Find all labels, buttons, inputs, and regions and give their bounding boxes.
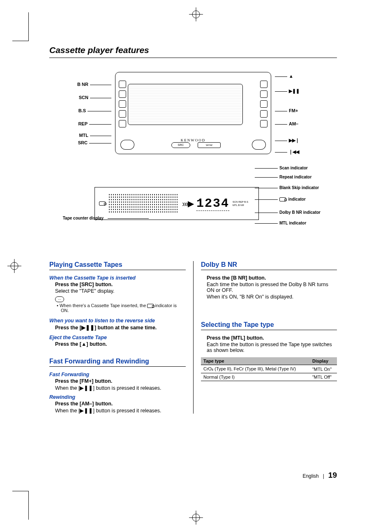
leader-line [255, 168, 278, 169]
table-cell: Normal (Type I) [201, 373, 310, 381]
table-row: Normal (Type I) "MTL Off" [201, 373, 337, 381]
step-text: Press the [▲] button. [55, 341, 186, 347]
table-cell: "MTL Off" [310, 373, 337, 381]
unit-button [260, 81, 267, 88]
unit-button [119, 90, 126, 98]
callout-fmplus: FM+ [273, 108, 298, 113]
section-heading-dolby: Dolby B NR [201, 261, 337, 268]
unit-wow-button: WOW [198, 142, 221, 148]
note-icon: ⋯ [55, 296, 64, 302]
lcd-status-bot: MTL B NR [233, 204, 252, 207]
table-cell: "MTL On" [310, 365, 337, 373]
leader-line [255, 188, 278, 188]
table-header: Display [310, 357, 337, 365]
registration-mark-bottom [189, 511, 203, 525]
unit-button [119, 120, 126, 127]
step-text: Press the [▶❚❚] button at the same time. [55, 324, 186, 331]
section-rule [201, 270, 337, 270]
lcd-status-block: SCN REP B.S MTL B NR [233, 200, 252, 207]
leader-line [255, 199, 278, 200]
cassette-icon [279, 197, 286, 201]
callout-eject-icon: ▲ [273, 74, 293, 79]
section-rule [49, 366, 186, 367]
body-text: Select the "TAPE" display. [55, 288, 186, 294]
step-text: Press the [FM+] button. [55, 378, 186, 384]
section-heading-ff: Fast Forwarding and Rewinding [49, 358, 186, 365]
body-text: When it's ON, "B NR On" is displayed. [207, 294, 337, 300]
unit-knob-right [252, 140, 266, 150]
leader-line [255, 213, 278, 213]
unit-button [119, 110, 126, 118]
callout-mtl: MTL [49, 133, 113, 138]
unit-button [260, 120, 267, 127]
body-text: Each time the button is pressed the Dolb… [207, 282, 337, 293]
callout-next-icon: ▶▶❘ [273, 138, 299, 143]
lcd-tape-counter: 1234 [196, 197, 229, 211]
sub-heading: When the Cassette Tape is inserted [49, 275, 186, 281]
lcd-status-top: SCN REP B.S [233, 200, 252, 204]
unit-src-button: SRC [171, 142, 190, 148]
callout-amminus: AM– [273, 121, 298, 126]
table-row: CrO₂ (Type II), FeCr (Type III), Metal (… [201, 365, 337, 373]
callout-cassette-indicator: indicator [279, 197, 306, 201]
callout-tape-counter: Tape counter display [49, 216, 107, 220]
unit-button [260, 100, 267, 108]
section-heading-playing: Playing Cassette Tapes [49, 261, 186, 268]
callout-scan-indicator: Scan indicator [279, 166, 308, 170]
callout-prev-icon: ❘◀◀ [273, 149, 299, 155]
sub-heading: Eject the Cassette Tape [49, 335, 186, 340]
callout-scn: SCN [49, 95, 113, 100]
callout-rep: REP [49, 121, 113, 126]
sub-heading: Rewinding [49, 394, 186, 400]
tape-type-table: Tape type Display CrO₂ (Type II), FeCr (… [201, 357, 337, 381]
unit-right-buttons [260, 81, 267, 127]
note-text: When there's a Cassette Tape inserted, t… [61, 303, 186, 313]
lcd-chevrons-icon: ›››▶ [182, 199, 193, 208]
section-rule [201, 330, 337, 330]
callout-repeat-indicator: Repeat indicator [279, 175, 311, 179]
body-text: Each time the button is pressed the Tape… [207, 342, 337, 353]
lcd-panel: ›››▶ 1234 SCN REP B.S MTL B NR [95, 187, 259, 220]
sub-heading: When you want to listen to the reverse s… [49, 318, 186, 324]
unit-button [260, 90, 267, 98]
body-text: When the [▶❚❚] button is pressed it rele… [55, 385, 186, 391]
step-text: Press the [AM–] button. [55, 401, 186, 407]
unit-button [119, 100, 126, 108]
callout-play-pause-icon: ▶❚❚ [273, 88, 300, 94]
table-header: Tape type [201, 357, 310, 365]
unit-button [119, 81, 126, 88]
registration-mark-top [189, 7, 203, 21]
step-text: Press the [MTL] button. [207, 335, 337, 341]
unit-brand: KENWOOD [181, 138, 206, 142]
section-rule [49, 270, 186, 270]
leader-line [255, 223, 278, 224]
step-text: Press the [B NR] button. [207, 275, 337, 281]
title-rule [49, 58, 337, 58]
unit-left-buttons [119, 81, 126, 127]
page-title: Cassette player features [49, 45, 337, 55]
crop-mark-tl [12, 12, 29, 41]
registration-mark-left [7, 259, 21, 273]
unit-button [260, 110, 267, 118]
unit-screen [128, 84, 243, 125]
page-footer: English | 19 [302, 471, 337, 480]
cassette-icon [99, 201, 106, 206]
head-unit: KENWOOD SRC WOW [115, 72, 271, 154]
step-text: Press the [SRC] button. [55, 282, 186, 287]
callout-dolby-indicator: Dolby B NR indicator [279, 210, 321, 215]
body-text: When the [▶❚❚] button is pressed it rele… [55, 407, 186, 414]
callout-bnr: B NR [49, 82, 113, 87]
leader-line [108, 218, 149, 219]
diagram-area: KENWOOD SRC WOW B NR SCN B.S REP MTL SRC… [49, 68, 337, 245]
cassette-icon [147, 304, 154, 308]
callout-blank-skip-indicator: Blank Skip indicator [279, 185, 319, 190]
lcd-spectrum [109, 193, 179, 214]
callout-bs: B.S [49, 108, 113, 113]
leader-line [255, 177, 278, 178]
footer-page-number: 19 [328, 471, 337, 479]
callout-src: SRC [49, 140, 113, 145]
unit-knob-left [120, 140, 134, 150]
section-heading-tapetype: Selecting the Tape type [201, 321, 337, 328]
table-cell: CrO₂ (Type II), FeCr (Type III), Metal (… [201, 365, 310, 373]
crop-mark-bl [12, 491, 29, 520]
